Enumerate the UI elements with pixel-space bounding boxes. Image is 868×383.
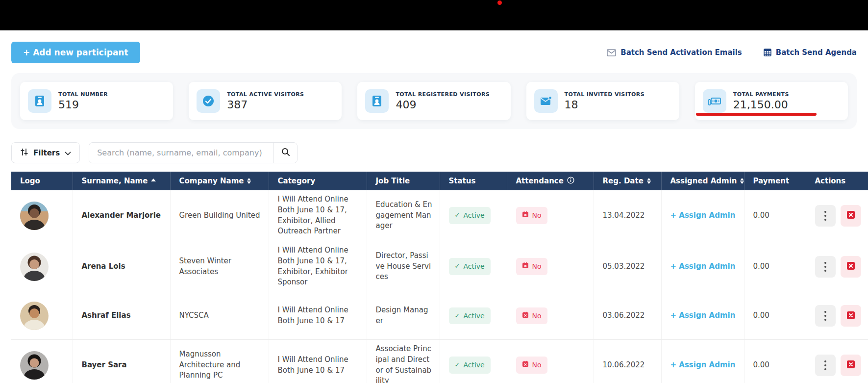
batch-actions: Batch Send Activation Emails Batch Send …: [607, 48, 857, 57]
sort-icon: [647, 178, 651, 184]
check-icon: ✓: [455, 262, 460, 271]
stat-card-registered-visitors: TOTAL REGISTERED VISITORS 409: [357, 82, 510, 120]
registration-date: 03.06.2022: [594, 292, 661, 340]
column-header-job-title: Job Title: [367, 172, 440, 190]
chevron-down-icon: [65, 149, 71, 157]
assign-admin-link[interactable]: + Assign Admin: [670, 262, 736, 271]
search-button[interactable]: [273, 143, 297, 163]
participant-name: Arena Lois: [73, 241, 170, 292]
attendance-badge: No: [516, 258, 547, 275]
more-actions-button[interactable]: [815, 305, 836, 327]
registration-date: 10.06.2022: [594, 340, 661, 383]
calendar-x-icon: [522, 360, 529, 370]
column-header-status: Status: [440, 172, 507, 190]
stat-label: TOTAL ACTIVE VISITORS: [227, 91, 304, 98]
column-header-attendance: Attendance: [507, 172, 594, 190]
participants-table: Logo Surname, Name Company Name Category…: [11, 172, 868, 383]
delete-button[interactable]: [841, 256, 861, 278]
calendar-x-icon: [522, 311, 529, 321]
payment-amount: 0.00: [744, 340, 806, 383]
participant-avatar: [20, 351, 49, 380]
table-row: Alexander Marjorie Green Building United…: [11, 190, 868, 241]
stat-value: 519: [58, 99, 108, 111]
participant-name: Bayer Sara: [73, 340, 170, 383]
sliders-icon: [20, 148, 28, 158]
delete-button[interactable]: [841, 205, 861, 227]
column-header-surname-name[interactable]: Surname, Name: [73, 172, 170, 190]
registration-date: 05.03.2022: [594, 241, 661, 292]
stat-label: TOTAL INVITED VISITORS: [565, 91, 645, 98]
check-icon: ✓: [455, 311, 460, 321]
payment-amount: 0.00: [744, 241, 806, 292]
participant-job-title: Director, Passive House Services: [367, 241, 440, 292]
participant-avatar: [20, 253, 49, 281]
stat-label: TOTAL REGISTERED VISITORS: [396, 91, 490, 98]
delete-x-icon: [846, 310, 856, 322]
column-header-company-name[interactable]: Company Name: [170, 172, 269, 190]
assign-admin-link[interactable]: + Assign Admin: [670, 211, 736, 220]
attendance-badge: No: [516, 357, 547, 373]
participant-job-title: Associate Principal and Director of Sust…: [367, 340, 440, 383]
participant-company: Steven Winter Associates: [170, 241, 269, 292]
search-input[interactable]: [89, 143, 273, 163]
batch-send-agenda-label: Batch Send Agenda: [776, 48, 857, 57]
info-icon[interactable]: [567, 177, 574, 186]
delete-x-icon: [846, 261, 856, 272]
batch-send-agenda-link[interactable]: Batch Send Agenda: [764, 48, 857, 57]
assign-admin-link[interactable]: + Assign Admin: [670, 360, 736, 369]
more-actions-button[interactable]: [815, 205, 836, 227]
status-badge: ✓Active: [449, 307, 491, 324]
check-icon: ✓: [455, 360, 460, 370]
status-badge: ✓Active: [449, 258, 491, 275]
batch-send-emails-label: Batch Send Activation Emails: [620, 48, 742, 57]
more-actions-button[interactable]: [815, 256, 836, 278]
filters-button[interactable]: Filters: [11, 142, 80, 163]
participant-category: I Will Attend Online Both June 10 & 17, …: [269, 241, 367, 292]
toolbar: + Add new participant Batch Send Activat…: [11, 42, 857, 63]
stat-label: TOTAL PAYMENTS: [733, 91, 789, 98]
top-black-bar: [0, 0, 868, 30]
check-circle-icon: [197, 89, 220, 113]
stat-card-active-visitors: TOTAL ACTIVE VISITORS 387: [189, 82, 342, 120]
participant-job-title: Design Manager: [367, 292, 440, 340]
batch-send-emails-link[interactable]: Batch Send Activation Emails: [607, 48, 742, 57]
filter-row: Filters: [11, 142, 857, 163]
participant-category: I Will Attend Online Both June 10 & 17, …: [269, 190, 367, 241]
delete-x-icon: [846, 359, 856, 371]
check-icon: ✓: [455, 211, 460, 220]
id-card-icon: [28, 89, 51, 113]
stat-value: 387: [227, 99, 304, 111]
red-underline-annotation: [696, 113, 817, 116]
table-row: Ashraf Elias NYCSCA I Will Attend Online…: [11, 292, 868, 340]
stat-value: 18: [565, 99, 645, 111]
search-icon: [281, 148, 290, 158]
envelope-icon: [534, 89, 558, 113]
agenda-grid-icon: [764, 49, 771, 56]
sort-asc-icon: [151, 179, 156, 181]
participant-name: Alexander Marjorie: [73, 190, 170, 241]
calendar-x-icon: [522, 210, 529, 220]
column-header-actions: Actions: [806, 172, 868, 190]
table-row: Bayer Sara Magnusson Architecture and Pl…: [11, 340, 868, 383]
column-header-assigned-admin[interactable]: Assigned Admin: [661, 172, 744, 190]
stat-value: 21,150.00: [733, 99, 789, 111]
participant-avatar: [20, 302, 49, 330]
delete-button[interactable]: [841, 355, 861, 376]
registration-date: 13.04.2022: [594, 190, 661, 241]
add-participant-button[interactable]: + Add new participant: [11, 42, 140, 63]
participant-company: Green Building United: [170, 190, 269, 241]
recording-dot: [497, 0, 502, 5]
stat-card-total-number: TOTAL NUMBER 519: [20, 82, 173, 120]
participant-avatar: [20, 202, 49, 230]
payment-amount: 0.00: [744, 190, 806, 241]
stat-card-invited-visitors: TOTAL INVITED VISITORS 18: [526, 82, 679, 120]
participant-company: Magnusson Architecture and Planning PC: [170, 340, 269, 383]
assign-admin-link[interactable]: + Assign Admin: [670, 311, 736, 320]
sort-icon: [740, 178, 744, 184]
search-group: [89, 142, 298, 163]
more-actions-button[interactable]: [815, 355, 836, 376]
delete-button[interactable]: [841, 305, 861, 327]
stat-label: TOTAL NUMBER: [58, 91, 108, 98]
participant-job-title: Education & Engagement Manager: [367, 190, 440, 241]
column-header-reg-date[interactable]: Reg. Date: [594, 172, 661, 190]
